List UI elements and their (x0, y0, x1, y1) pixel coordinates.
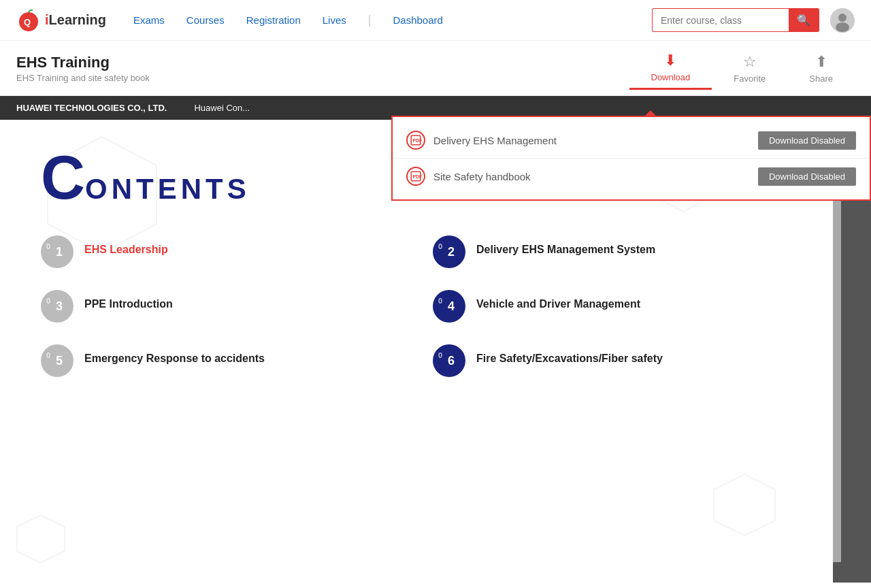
download-item-name-1: Delivery EHS Management (433, 135, 750, 146)
svg-marker-14 (17, 515, 65, 563)
item-text-5: Emergency Response to accidents (84, 344, 265, 366)
item-number-5: 0 5 (41, 344, 73, 377)
download-button[interactable]: ⬇ Download (629, 46, 712, 90)
download-item-2: PDF Site Safety handbook Download Disabl… (393, 159, 870, 194)
download-item-name-2: Site Safety handbook (433, 171, 750, 182)
share-label: Share (809, 74, 833, 84)
header: Q iLearning Exams Courses Registration L… (0, 0, 871, 41)
favorite-label: Favorite (734, 74, 766, 84)
company-name: HUAWEI TECHNOLOGIES CO., LTD. (16, 103, 167, 113)
hex-deco-4 (14, 512, 68, 569)
star-icon: ☆ (743, 53, 757, 71)
svg-point-6 (836, 22, 849, 32)
nav-courses[interactable]: Courses (186, 14, 225, 26)
content-item-5: 0 5 Emergency Response to accidents (41, 344, 400, 377)
toolbar: EHS Training EHS Training and site safet… (0, 41, 871, 96)
download-label: Download (651, 72, 691, 82)
nav-dashboard[interactable]: Dashboard (393, 14, 442, 26)
content-item-4: 0 4 Vehicle and Driver Management (433, 290, 792, 323)
download-item-1: PDF Delivery EHS Management Download Dis… (393, 122, 870, 159)
search-button[interactable]: 🔍 (789, 9, 819, 31)
pdf-icon-1: PDF (406, 131, 425, 150)
item-number-4: 0 4 (433, 290, 465, 323)
pdf-icon-2: PDF (406, 167, 425, 186)
content-item-2: 0 2 Delivery EHS Management System (433, 235, 792, 268)
item-text-4: Vehicle and Driver Management (476, 290, 640, 312)
download-disabled-btn-1[interactable]: Download Disabled (758, 131, 856, 150)
logo[interactable]: Q iLearning (16, 8, 106, 33)
download-dropdown: PDF Delivery EHS Management Download Dis… (391, 116, 871, 201)
search-area: 🔍 (652, 8, 819, 32)
search-input[interactable] (653, 11, 789, 30)
scrollbar-thumb[interactable] (833, 562, 841, 583)
logo-text: iLearning (45, 12, 106, 28)
item-number-1: 0 1 (41, 235, 73, 268)
svg-text:Q: Q (24, 17, 31, 27)
item-number-3: 0 3 (41, 290, 73, 323)
svg-text:PDF: PDF (413, 174, 423, 179)
book-subtitle: EHS Training and site safety book (16, 73, 629, 83)
contents-rest: ONTENTS (85, 173, 250, 205)
download-icon: ⬇ (664, 52, 676, 69)
svg-marker-13 (714, 474, 775, 536)
svg-point-5 (838, 14, 847, 22)
nav-exams[interactable]: Exams (133, 14, 165, 26)
content-item-6: 0 6 Fire Safety/Excavations/Fiber safety (433, 344, 792, 377)
share-icon: ⬆ (815, 53, 827, 71)
avatar (830, 8, 855, 33)
contents-big-c: C (41, 147, 85, 208)
nav-registration[interactable]: Registration (246, 14, 301, 26)
item-text-6: Fire Safety/Excavations/Fiber safety (476, 344, 663, 366)
share-button[interactable]: ⬆ Share (787, 48, 855, 89)
book-info: EHS Training EHS Training and site safet… (16, 54, 629, 83)
main-nav: Exams Courses Registration Lives | Dashb… (133, 13, 652, 27)
nav-divider: | (368, 13, 372, 27)
book-title: EHS Training (16, 54, 629, 71)
item-number-6: 0 6 (433, 344, 465, 377)
item-text-3: PPE Introduction (84, 290, 173, 312)
content-item-3: 0 3 PPE Introduction (41, 290, 400, 323)
svg-text:PDF: PDF (413, 138, 423, 143)
company-extra: Huawei Con... (194, 103, 250, 113)
hex-deco-3 (710, 471, 778, 542)
item-number-2: 0 2 (433, 235, 465, 268)
item-text-2: Delivery EHS Management System (476, 235, 655, 257)
dropdown-arrow (644, 110, 657, 117)
toolbar-actions: ⬇ Download ☆ Favorite ⬆ Share (629, 46, 855, 90)
favorite-button[interactable]: ☆ Favorite (712, 48, 787, 89)
nav-lives[interactable]: Lives (323, 14, 346, 26)
download-disabled-btn-2[interactable]: Download Disabled (758, 167, 856, 186)
search-icon: 🔍 (797, 14, 810, 26)
